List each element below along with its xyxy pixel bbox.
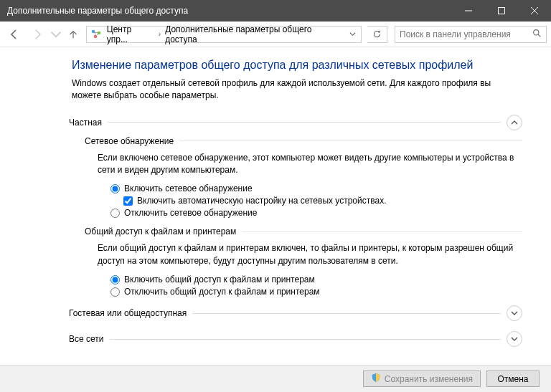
section-private-header[interactable]: Частная xyxy=(69,115,522,130)
divider xyxy=(179,140,522,141)
search-box[interactable] xyxy=(395,26,547,43)
radio-input[interactable] xyxy=(110,287,120,297)
back-button[interactable] xyxy=(4,24,24,44)
button-label: Отмена xyxy=(497,374,528,384)
minimize-button[interactable] xyxy=(452,0,485,21)
address-dropdown[interactable] xyxy=(345,31,359,37)
radio-sharing-off[interactable]: Отключить общий доступ к файлам и принте… xyxy=(110,287,522,297)
breadcrumb-item[interactable]: Дополнительные параметры общего доступа xyxy=(164,24,345,44)
titlebar: Дополнительные параметры общего доступа xyxy=(0,0,551,21)
divider xyxy=(110,339,501,340)
save-button[interactable]: Сохранить изменения xyxy=(363,371,481,387)
group-desc: Если общий доступ к файлам и принтерам в… xyxy=(98,242,522,267)
cancel-button[interactable]: Отмена xyxy=(486,371,540,387)
breadcrumb-item[interactable]: Центр упр... xyxy=(105,24,156,44)
footer: Сохранить изменения Отмена xyxy=(0,365,551,392)
radio-label: Включить сетевое обнаружение xyxy=(124,183,253,193)
refresh-button[interactable] xyxy=(367,26,387,43)
group-desc: Если включено сетевое обнаружение, этот … xyxy=(98,152,522,177)
radio-input[interactable] xyxy=(110,275,120,285)
page-subtitle: Windows создает отдельный сетевой профил… xyxy=(72,77,522,102)
radio-sharing-on[interactable]: Включить общий доступ к файлам и принтер… xyxy=(110,274,522,285)
button-label: Сохранить изменения xyxy=(385,374,473,384)
search-input[interactable] xyxy=(400,29,532,39)
section-guest-header[interactable]: Гостевая или общедоступная xyxy=(69,305,522,321)
checkbox-auto-config[interactable]: Включить автоматическую настройку на сет… xyxy=(123,196,522,206)
navbar: Центр упр... › Дополнительные параметры … xyxy=(0,21,551,47)
svg-point-4 xyxy=(92,29,95,33)
radio-input[interactable] xyxy=(110,184,120,193)
divider xyxy=(108,122,501,123)
content-area: Изменение параметров общего доступа для … xyxy=(0,47,551,365)
forward-button[interactable] xyxy=(27,24,47,44)
divider xyxy=(242,231,522,232)
address-bar[interactable]: Центр упр... › Дополнительные параметры … xyxy=(86,26,362,43)
section-label: Частная xyxy=(69,118,108,128)
search-icon[interactable] xyxy=(532,29,542,40)
chevron-right-icon: › xyxy=(156,30,164,38)
close-button[interactable] xyxy=(518,0,551,21)
recent-dropdown[interactable] xyxy=(50,24,62,44)
divider xyxy=(192,313,501,314)
radio-discovery-off[interactable]: Отключить сетевое обнаружение xyxy=(110,208,522,218)
chevron-up-icon[interactable] xyxy=(507,115,522,130)
radio-label: Включить общий доступ к файлам и принтер… xyxy=(124,274,315,285)
window-title: Дополнительные параметры общего доступа xyxy=(7,6,452,16)
section-label: Гостевая или общедоступная xyxy=(69,308,192,318)
chevron-down-icon[interactable] xyxy=(507,305,522,321)
radio-discovery-on[interactable]: Включить сетевое обнаружение xyxy=(110,183,522,193)
chevron-down-icon[interactable] xyxy=(507,331,522,347)
up-button[interactable] xyxy=(65,26,82,43)
radio-input[interactable] xyxy=(110,209,120,218)
svg-rect-1 xyxy=(499,8,505,14)
shield-icon xyxy=(371,373,381,385)
checkbox-input[interactable] xyxy=(123,196,133,206)
page-title: Изменение параметров общего доступа для … xyxy=(72,59,522,72)
checkbox-label: Включить автоматическую настройку на сет… xyxy=(137,196,387,206)
network-icon xyxy=(90,28,103,41)
svg-line-8 xyxy=(538,34,540,37)
svg-point-7 xyxy=(534,29,539,34)
group-network-discovery: Сетевое обнаружение Если включено сетево… xyxy=(85,136,522,219)
group-file-sharing: Общий доступ к файлам и принтерам Если о… xyxy=(85,226,522,297)
group-label: Общий доступ к файлам и принтерам xyxy=(85,226,242,236)
group-label: Сетевое обнаружение xyxy=(85,136,179,146)
radio-label: Отключить сетевое обнаружение xyxy=(124,208,257,218)
section-all-header[interactable]: Все сети xyxy=(69,331,522,347)
radio-label: Отключить общий доступ к файлам и принте… xyxy=(124,287,320,297)
maximize-button[interactable] xyxy=(485,0,518,21)
section-label: Все сети xyxy=(69,334,110,344)
